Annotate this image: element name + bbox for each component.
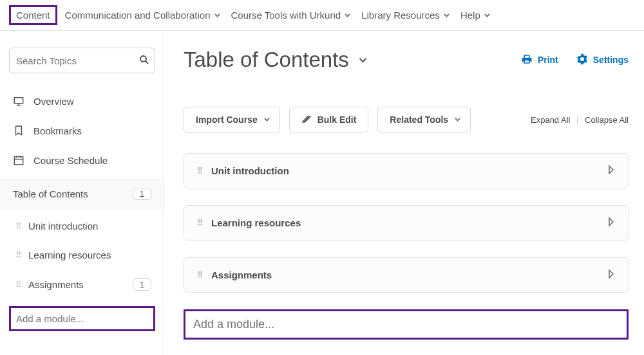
- module-unit-intro[interactable]: ⠿ Unit introduction: [184, 153, 629, 188]
- sidebar-module-learning-resources[interactable]: ⠿ Learning resources: [9, 241, 155, 269]
- chevron-down-icon: [264, 116, 269, 121]
- chevron-down-icon[interactable]: [359, 55, 366, 62]
- main-add-module-input[interactable]: Add a module...: [184, 309, 629, 340]
- main-content: Table of Contents Print Settings: [164, 31, 644, 355]
- chevron-down-icon: [345, 12, 350, 17]
- svg-rect-5: [14, 157, 23, 165]
- sidebar: Overview Bookmarks Course Schedule Table…: [0, 31, 164, 355]
- drag-handle-icon[interactable]: ⠿: [15, 283, 21, 287]
- topnav-label: Library Resources: [361, 10, 440, 21]
- sidebar-add-module-input[interactable]: Add a module...: [9, 306, 155, 331]
- topnav-help[interactable]: Help: [454, 6, 495, 24]
- add-module-placeholder: Add a module...: [16, 313, 84, 324]
- module-title: Assignments: [211, 269, 272, 280]
- calendar-icon: [13, 154, 24, 166]
- module-title: Unit introduction: [211, 165, 289, 176]
- title-bar: Table of Contents Print Settings: [184, 48, 629, 72]
- topnav-library[interactable]: Library Resources: [355, 6, 454, 24]
- sidebar-modules: ⠿ Unit introduction ⠿ Learning resources…: [9, 212, 155, 300]
- related-tools-button[interactable]: Related Tools: [377, 107, 471, 132]
- drag-handle-icon[interactable]: ⠿: [197, 273, 202, 277]
- sidebar-item-label: Bookmarks: [33, 125, 82, 136]
- sidebar-module-label: Unit introduction: [28, 221, 98, 232]
- chevron-down-icon: [444, 12, 449, 17]
- settings-button[interactable]: Settings: [576, 53, 629, 67]
- chevron-down-icon: [455, 116, 460, 121]
- print-label: Print: [538, 55, 558, 65]
- topnav-label: Help: [460, 10, 480, 21]
- module-count-badge: 1: [133, 278, 151, 291]
- module-assignments[interactable]: ⠿ Assignments: [184, 257, 629, 293]
- settings-label: Settings: [593, 55, 629, 65]
- module-learning-resources[interactable]: ⠿ Learning resources: [184, 205, 629, 241]
- search-icon[interactable]: [138, 54, 150, 68]
- import-course-button[interactable]: Import Course: [184, 107, 280, 132]
- pencil-icon: [301, 114, 311, 125]
- top-nav: Content Communication and Collaboration …: [0, 0, 644, 31]
- toc-label: Table of Contents: [13, 188, 88, 199]
- drag-handle-icon[interactable]: ⠿: [15, 224, 21, 228]
- chevron-down-icon: [214, 12, 220, 17]
- overview-icon: [13, 95, 24, 107]
- sidebar-toc-header[interactable]: Table of Contents 1: [0, 179, 164, 209]
- sidebar-item-schedule[interactable]: Course Schedule: [9, 145, 155, 175]
- toolbar: Import Course Bulk Edit Related Tools: [184, 107, 629, 132]
- svg-point-0: [140, 56, 146, 62]
- topnav-communication[interactable]: Communication and Collaboration: [59, 6, 225, 24]
- print-button[interactable]: Print: [521, 53, 558, 67]
- bulk-edit-button[interactable]: Bulk Edit: [289, 107, 369, 132]
- bookmark-icon: [13, 125, 24, 136]
- add-module-placeholder: Add a module...: [193, 318, 274, 331]
- import-label: Import Course: [196, 114, 258, 125]
- sidebar-item-bookmarks[interactable]: Bookmarks: [9, 116, 155, 145]
- sidebar-item-label: Overview: [33, 96, 74, 107]
- svg-rect-2: [14, 98, 23, 104]
- expand-icon[interactable]: [607, 165, 615, 176]
- drag-handle-icon[interactable]: ⠿: [197, 169, 202, 173]
- sidebar-item-label: Course Schedule: [33, 155, 108, 166]
- drag-handle-icon[interactable]: ⠿: [15, 253, 21, 257]
- sidebar-module-assignments[interactable]: ⠿ Assignments 1: [9, 269, 155, 300]
- separator: |: [576, 115, 578, 125]
- search-input[interactable]: [16, 55, 138, 66]
- topnav-content[interactable]: Content: [9, 5, 57, 25]
- bulk-edit-label: Bulk Edit: [317, 114, 357, 125]
- related-tools-label: Related Tools: [390, 114, 448, 125]
- sidebar-module-label: Learning resources: [28, 250, 111, 260]
- collapse-all-link[interactable]: Collapse All: [585, 115, 629, 125]
- expand-icon[interactable]: [607, 217, 615, 228]
- sidebar-nav: Overview Bookmarks Course Schedule: [9, 86, 155, 175]
- expand-all-link[interactable]: Expand All: [531, 115, 570, 125]
- expand-icon[interactable]: [607, 269, 615, 280]
- drag-handle-icon[interactable]: ⠿: [197, 221, 202, 225]
- print-icon: [521, 53, 533, 67]
- search-box: [9, 48, 155, 73]
- module-title: Learning resources: [211, 217, 301, 228]
- sidebar-item-overview[interactable]: Overview: [9, 86, 155, 116]
- page-title: Table of Contents: [184, 48, 349, 72]
- gear-icon: [576, 53, 588, 67]
- topnav-label: Course Tools with Urkund: [231, 10, 341, 21]
- chevron-down-icon: [484, 12, 489, 17]
- svg-line-1: [146, 60, 148, 63]
- topnav-label: Communication and Collaboration: [65, 10, 211, 21]
- sidebar-module-label: Assignments: [28, 279, 84, 290]
- sidebar-module-unit-intro[interactable]: ⠿ Unit introduction: [9, 212, 155, 241]
- topnav-course-tools[interactable]: Course Tools with Urkund: [225, 6, 355, 24]
- topnav-label: Content: [16, 10, 50, 21]
- toc-count-badge: 1: [133, 188, 151, 200]
